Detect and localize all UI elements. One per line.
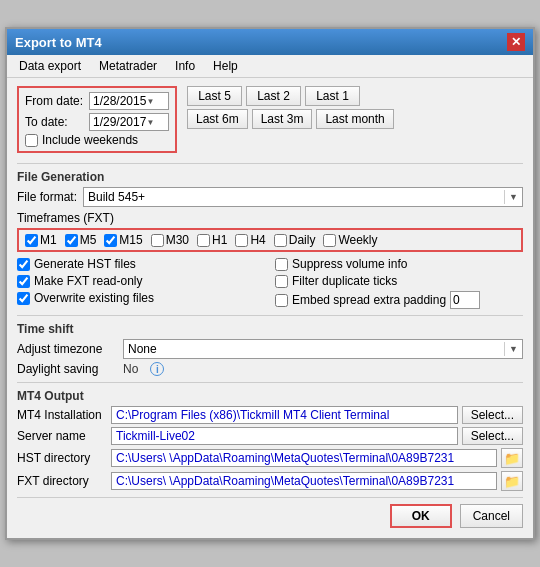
tf-m30: M30 [151, 233, 189, 247]
overwrite-checkbox[interactable] [17, 292, 30, 305]
tf-weekly-checkbox[interactable] [323, 234, 336, 247]
tf-m30-label: M30 [166, 233, 189, 247]
installation-label: MT4 Installation [17, 408, 107, 422]
server-value: Tickmill-Live02 [111, 427, 458, 445]
gen-hst-label: Generate HST files [34, 257, 136, 271]
fxt-readonly-checkbox[interactable] [17, 275, 30, 288]
last3m-button[interactable]: Last 3m [252, 109, 313, 129]
file-format-label: File format: [17, 190, 77, 204]
tf-weekly: Weekly [323, 233, 377, 247]
menu-info[interactable]: Info [167, 57, 203, 75]
to-date-arrow: ▼ [146, 118, 165, 127]
file-format-row: File format: Build 545+ ▼ [17, 187, 523, 207]
to-date-value: 1/29/2017 [93, 115, 146, 129]
tf-m30-checkbox[interactable] [151, 234, 164, 247]
to-date-row: To date: 1/29/2017 ▼ [25, 113, 169, 131]
close-button[interactable]: ✕ [507, 33, 525, 51]
installation-select-button[interactable]: Select... [462, 406, 523, 424]
date-inputs-group: From date: 1/28/2015 ▼ To date: 1/29/201… [17, 86, 177, 153]
timeframes-row: M1 M5 M15 M30 H1 [17, 228, 523, 252]
timezone-label: Adjust timezone [17, 342, 117, 356]
checkbox-fxt-readonly: Make FXT read-only [17, 274, 265, 288]
fxt-label: FXT directory [17, 474, 107, 488]
last5-button[interactable]: Last 5 [187, 86, 242, 106]
timezone-arrow: ▼ [504, 342, 522, 356]
timezone-select[interactable]: None ▼ [123, 339, 523, 359]
quick-buttons-group: Last 5 Last 2 Last 1 Last 6m Last 3m Las… [187, 86, 394, 129]
fxt-readonly-label: Make FXT read-only [34, 274, 143, 288]
tf-m1-label: M1 [40, 233, 57, 247]
tf-h4-label: H4 [250, 233, 265, 247]
cancel-button[interactable]: Cancel [460, 504, 523, 528]
tf-m1-checkbox[interactable] [25, 234, 38, 247]
lastmonth-button[interactable]: Last month [316, 109, 393, 129]
filter-dup-label: Filter duplicate ticks [292, 274, 397, 288]
tf-m1: M1 [25, 233, 57, 247]
to-date-input[interactable]: 1/29/2017 ▼ [89, 113, 169, 131]
from-date-row: From date: 1/28/2015 ▼ [25, 92, 169, 110]
hst-label: HST directory [17, 451, 107, 465]
tf-daily: Daily [274, 233, 316, 247]
tf-h1-checkbox[interactable] [197, 234, 210, 247]
filter-dup-checkbox[interactable] [275, 275, 288, 288]
last6m-button[interactable]: Last 6m [187, 109, 248, 129]
daylight-info-icon[interactable]: i [150, 362, 164, 376]
embed-spread-checkbox[interactable] [275, 294, 288, 307]
window-title: Export to MT4 [15, 35, 102, 50]
embed-spread-label: Embed spread extra padding [292, 293, 446, 307]
fxt-row: FXT directory C:\Users\ \AppData\Roaming… [17, 471, 523, 491]
suppress-vol-checkbox[interactable] [275, 258, 288, 271]
timezone-value: None [124, 340, 504, 358]
from-date-label: From date: [25, 94, 85, 108]
tf-m5-checkbox[interactable] [65, 234, 78, 247]
daylight-value: No [123, 362, 138, 376]
quick-btn-row-2: Last 6m Last 3m Last month [187, 109, 394, 129]
checkboxes-container: Generate HST files Make FXT read-only Ov… [17, 257, 523, 309]
fxt-value: C:\Users\ \AppData\Roaming\MetaQuotes\Te… [111, 472, 497, 490]
tf-daily-label: Daily [289, 233, 316, 247]
tf-weekly-label: Weekly [338, 233, 377, 247]
last2-button[interactable]: Last 2 [246, 86, 301, 106]
overwrite-label: Overwrite existing files [34, 291, 154, 305]
checkboxes-left: Generate HST files Make FXT read-only Ov… [17, 257, 265, 309]
date-section: From date: 1/28/2015 ▼ To date: 1/29/201… [17, 86, 523, 157]
button-row: OK Cancel [17, 497, 523, 530]
include-weekends-row: Include weekends [25, 133, 169, 147]
embed-row: Embed spread extra padding [275, 291, 523, 309]
menu-metatrader[interactable]: Metatrader [91, 57, 165, 75]
tf-h1: H1 [197, 233, 227, 247]
server-select-button[interactable]: Select... [462, 427, 523, 445]
gen-hst-checkbox[interactable] [17, 258, 30, 271]
tf-m15-label: M15 [119, 233, 142, 247]
hst-value: C:\Users\ \AppData\Roaming\MetaQuotes\Te… [111, 449, 497, 467]
include-weekends-label: Include weekends [42, 133, 138, 147]
from-date-input[interactable]: 1/28/2015 ▼ [89, 92, 169, 110]
tf-h4-checkbox[interactable] [235, 234, 248, 247]
tf-m5-label: M5 [80, 233, 97, 247]
ok-button[interactable]: OK [390, 504, 452, 528]
installation-value: C:\Program Files (x86)\Tickmill MT4 Clie… [111, 406, 458, 424]
fxt-folder-icon[interactable]: 📁 [501, 471, 523, 491]
mt4-output-section: MT4 Output MT4 Installation C:\Program F… [17, 389, 523, 491]
file-gen-header: File Generation [17, 170, 523, 184]
mt4-output-header: MT4 Output [17, 389, 523, 403]
file-gen-section: File Generation File format: Build 545+ … [17, 170, 523, 309]
suppress-vol-label: Suppress volume info [292, 257, 407, 271]
checkbox-overwrite: Overwrite existing files [17, 291, 265, 305]
tf-daily-checkbox[interactable] [274, 234, 287, 247]
time-shift-section: Time shift Adjust timezone None ▼ Daylig… [17, 322, 523, 376]
daylight-label: Daylight saving [17, 362, 117, 376]
from-date-arrow: ▼ [146, 97, 165, 106]
last1-button[interactable]: Last 1 [305, 86, 360, 106]
embed-spread-input[interactable] [450, 291, 480, 309]
include-weekends-checkbox[interactable] [25, 134, 38, 147]
installation-row: MT4 Installation C:\Program Files (x86)\… [17, 406, 523, 424]
tf-m15-checkbox[interactable] [104, 234, 117, 247]
file-format-select[interactable]: Build 545+ ▼ [83, 187, 523, 207]
menu-data-export[interactable]: Data export [11, 57, 89, 75]
hst-folder-icon[interactable]: 📁 [501, 448, 523, 468]
tf-h4: H4 [235, 233, 265, 247]
menu-help[interactable]: Help [205, 57, 246, 75]
from-date-value: 1/28/2015 [93, 94, 146, 108]
to-date-label: To date: [25, 115, 85, 129]
